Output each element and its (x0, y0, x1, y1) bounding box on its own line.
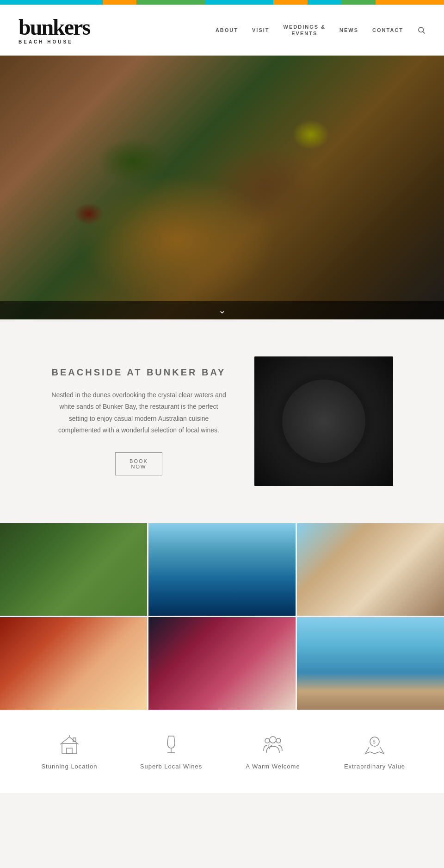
svg-point-8 (270, 737, 276, 743)
svg-rect-3 (67, 748, 72, 754)
photo-cell-2 (148, 523, 296, 616)
search-icon (417, 26, 426, 34)
beachside-title: BEACHSIDE AT BUNKER BAY (51, 367, 227, 378)
beachside-section: BEACHSIDE AT BUNKER BAY Nestled in the d… (0, 319, 444, 523)
nav-visit[interactable]: VISIT (252, 27, 270, 33)
logo-sub: BEACH HOUSE (18, 39, 73, 44)
logo[interactable]: bunkers BEACH HOUSE (18, 16, 90, 44)
svg-point-9 (276, 738, 281, 743)
nav-news[interactable]: NEWS (339, 27, 358, 33)
logo-main: bunkers (18, 16, 90, 38)
color-bar (0, 0, 444, 5)
feature-welcome: A Warm Welcome (222, 733, 324, 770)
beachside-text-block: BEACHSIDE AT BUNKER BAY Nestled in the d… (51, 367, 227, 475)
photo-cell-1 (0, 523, 147, 616)
beachside-image (254, 356, 393, 486)
feature-welcome-label: A Warm Welcome (246, 763, 300, 770)
nav-weddings[interactable]: WEDDINGS &EVENTS (284, 24, 326, 37)
features-section: Stunning Location Superb Local Wines (0, 710, 444, 793)
home-icon (58, 733, 81, 756)
value-icon: $ (363, 733, 386, 756)
svg-rect-2 (62, 743, 77, 754)
hero-scroll-bar[interactable]: ⌄ (0, 301, 444, 319)
photo-cell-4 (0, 617, 147, 710)
food-plate (254, 356, 393, 486)
feature-wines: Superb Local Wines (120, 733, 222, 770)
nav-about[interactable]: ABOUT (216, 27, 238, 33)
beachside-description: Nestled in the dunes overlooking the cry… (51, 389, 227, 436)
main-nav: ABOUT VISIT WEDDINGS &EVENTS NEWS CONTAC… (216, 24, 426, 37)
photo-cell-5 (148, 617, 296, 710)
feature-location-label: Stunning Location (41, 763, 97, 770)
nav-contact[interactable]: CONTACT (372, 27, 403, 33)
svg-line-1 (423, 31, 425, 33)
book-now-button[interactable]: BOOKNOW (115, 452, 162, 475)
photo-grid (0, 523, 444, 710)
scroll-down-icon[interactable]: ⌄ (218, 305, 226, 316)
svg-point-0 (419, 27, 424, 32)
svg-text:$: $ (373, 739, 376, 744)
wine-icon (160, 733, 183, 756)
hero-food-overlay (0, 56, 444, 319)
feature-value-label: Extraordinary Value (344, 763, 405, 770)
search-button[interactable] (417, 26, 426, 34)
people-icon (261, 733, 284, 756)
svg-point-10 (265, 738, 270, 743)
feature-location: Stunning Location (18, 733, 120, 770)
feature-value: $ Extraordinary Value (324, 733, 426, 770)
hero-section: ⌄ (0, 56, 444, 319)
photo-cell-3 (297, 523, 444, 616)
feature-wines-label: Superb Local Wines (140, 763, 202, 770)
site-header: bunkers BEACH HOUSE ABOUT VISIT WEDDINGS… (0, 5, 444, 56)
photo-cell-6 (297, 617, 444, 710)
